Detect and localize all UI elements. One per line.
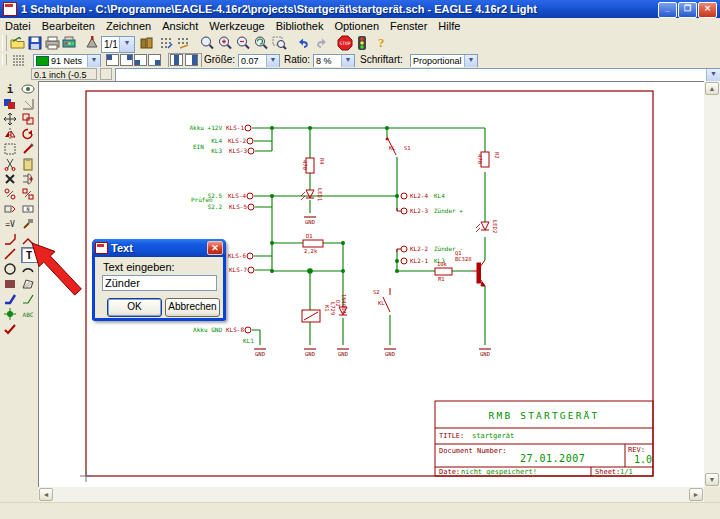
command-input[interactable]: ▼ xyxy=(115,68,720,82)
ok-button[interactable]: OK xyxy=(107,298,162,317)
tool-pinswap[interactable] xyxy=(3,187,18,201)
size-combo-arrow[interactable]: ▼ xyxy=(266,55,279,67)
script-icon[interactable] xyxy=(158,35,175,51)
font-combo-arrow[interactable]: ▼ xyxy=(464,55,477,67)
tool-rect[interactable] xyxy=(3,277,18,291)
ratio-combo-arrow[interactable]: ▼ xyxy=(341,55,354,67)
menu-bearbeiten[interactable]: Bearbeiten xyxy=(37,19,101,33)
close-button[interactable]: ✕ xyxy=(698,2,717,18)
display-mode-4-icon[interactable] xyxy=(148,54,161,66)
board-icon[interactable] xyxy=(84,35,101,51)
zoom-redraw-icon[interactable] xyxy=(253,35,270,51)
command-combo-arrow[interactable]: ▼ xyxy=(706,69,720,81)
menu-zeichnen[interactable]: Zeichnen xyxy=(101,19,157,33)
menu-optionen[interactable]: Optionen xyxy=(329,19,385,33)
tool-move[interactable] xyxy=(3,112,18,126)
coordinate-mode-box xyxy=(100,68,112,80)
tool-split[interactable] xyxy=(21,232,36,246)
tool-change[interactable] xyxy=(21,142,36,156)
tool-miter[interactable] xyxy=(3,232,18,246)
tool-display[interactable] xyxy=(3,97,18,111)
cam-processor-icon[interactable] xyxy=(61,35,78,51)
menu-werkzeuge[interactable]: Werkzeuge xyxy=(204,19,270,33)
open-icon[interactable] xyxy=(10,35,27,51)
tool-text[interactable]: T xyxy=(21,247,38,263)
main-toolbar: 1/1 ▼ xyxy=(0,33,720,53)
scroll-up-icon[interactable]: ▲ xyxy=(705,82,719,95)
svg-text:KL2-4: KL2-4 xyxy=(410,192,428,199)
tool-wire[interactable] xyxy=(3,247,18,261)
cancel-button[interactable]: Abbrechen xyxy=(165,298,220,317)
menu-bibliothek[interactable]: Bibliothek xyxy=(271,19,330,33)
layer-combo-arrow[interactable]: ▼ xyxy=(87,55,100,67)
print-icon[interactable] xyxy=(44,35,61,51)
zoom-fit-icon[interactable] xyxy=(199,35,216,51)
svg-text:T: T xyxy=(26,249,33,262)
tool-info[interactable]: i xyxy=(3,82,18,96)
menu-hilfe[interactable]: Hilfe xyxy=(433,19,466,33)
zoom-select-icon[interactable] xyxy=(271,35,288,51)
minimize-button[interactable]: _ xyxy=(658,2,677,18)
menu-datei[interactable]: Datei xyxy=(0,19,37,33)
horizontal-scrollbar[interactable]: ◄ ► xyxy=(38,487,704,502)
tool-mark[interactable] xyxy=(21,97,36,111)
scroll-down-icon[interactable]: ▼ xyxy=(705,473,719,486)
tool-circle[interactable] xyxy=(3,262,18,276)
tool-group[interactable] xyxy=(3,142,18,156)
redo-icon[interactable] xyxy=(313,35,330,51)
tool-smash[interactable] xyxy=(21,217,36,231)
save-icon[interactable] xyxy=(27,35,44,51)
text-dialog-close-icon[interactable]: ✕ xyxy=(207,241,223,255)
tool-value[interactable]: =V xyxy=(3,217,18,231)
menu-ansicht[interactable]: Ansicht xyxy=(157,19,204,33)
size-combo[interactable]: 0.07 ▼ xyxy=(238,54,280,68)
tool-arc[interactable] xyxy=(21,262,36,276)
tool-mirror[interactable] xyxy=(3,127,18,141)
layer-combo[interactable]: 91 Nets ▼ xyxy=(33,54,101,68)
text-dialog-input[interactable]: Zünder xyxy=(102,275,217,291)
traffic-light-icon[interactable] xyxy=(356,35,368,51)
zoom-in-icon[interactable] xyxy=(217,35,234,51)
stop-icon[interactable]: STOP xyxy=(337,35,353,51)
sheet-combo[interactable]: 1/1 ▼ xyxy=(101,36,135,53)
text-dialog-titlebar[interactable]: Text ✕ xyxy=(92,239,226,257)
sheet-combo-arrow[interactable]: ▼ xyxy=(119,37,134,52)
tool-delete[interactable] xyxy=(3,172,18,186)
tool-label[interactable]: ABC xyxy=(21,307,36,321)
tool-junction[interactable] xyxy=(3,307,18,321)
svg-text:GND: GND xyxy=(255,351,265,357)
rotate-icon[interactable] xyxy=(185,54,198,66)
restore-button[interactable]: ❐ xyxy=(678,2,697,18)
tool-show[interactable] xyxy=(21,82,36,96)
tool-replace[interactable] xyxy=(3,202,18,216)
svg-text:startgerät: startgerät xyxy=(472,432,514,440)
tool-gateswap[interactable] xyxy=(21,187,36,201)
ratio-combo[interactable]: 8 % ▼ xyxy=(313,54,355,68)
tool-paste[interactable] xyxy=(21,157,36,171)
display-mode-2-icon[interactable] xyxy=(120,54,133,66)
run-script-icon[interactable] xyxy=(175,35,192,51)
zoom-out-icon[interactable] xyxy=(235,35,252,51)
mirror-icon[interactable] xyxy=(170,54,183,66)
display-mode-3-icon[interactable] xyxy=(134,54,147,66)
menu-fenster[interactable]: Fenster xyxy=(385,19,433,33)
display-mode-1-icon[interactable] xyxy=(106,54,119,66)
undo-icon[interactable] xyxy=(295,35,312,51)
svg-text:KL: KL xyxy=(389,145,396,151)
library-icon[interactable] xyxy=(139,35,156,51)
vertical-scrollbar[interactable]: ▲ ▼ xyxy=(704,81,720,487)
scroll-left-icon[interactable]: ◄ xyxy=(39,488,53,501)
tool-rotate[interactable] xyxy=(21,127,36,141)
tool-add[interactable] xyxy=(21,172,36,186)
tool-bus[interactable] xyxy=(3,292,18,306)
tool-polygon[interactable] xyxy=(21,277,36,291)
tool-copy[interactable] xyxy=(21,112,36,126)
tool-erc[interactable] xyxy=(3,322,18,336)
tool-cut[interactable] xyxy=(3,157,18,171)
scroll-right-icon[interactable]: ► xyxy=(689,488,703,501)
font-combo[interactable]: Proportional ▼ xyxy=(410,54,478,68)
help-icon[interactable]: ? xyxy=(378,35,385,51)
grid-icon[interactable] xyxy=(12,54,26,66)
tool-net[interactable] xyxy=(21,292,36,306)
tool-name[interactable]: N xyxy=(21,202,36,216)
